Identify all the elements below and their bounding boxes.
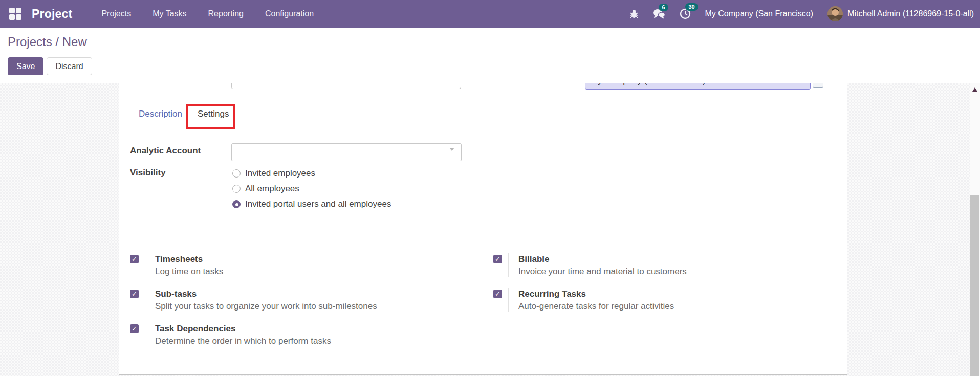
checkbox-checked-icon[interactable]: ✓ (493, 255, 502, 263)
scrollbar-thumb[interactable] (970, 195, 979, 376)
radio-unchecked-icon[interactable] (232, 169, 241, 178)
analytic-account-label: Analytic Account (130, 146, 201, 156)
label-column-separator-right (580, 83, 580, 94)
nav-item-configuration[interactable]: Configuration (254, 1, 324, 27)
company-field-partial[interactable]: My Company (San Francisco) (585, 83, 811, 90)
form-view-background: My Company (San Francisco) Description S… (0, 83, 980, 376)
internal-link-icon[interactable] (813, 83, 823, 88)
breadcrumb[interactable]: Projects / New (8, 35, 87, 49)
checkbox-checked-icon[interactable]: ✓ (130, 290, 139, 298)
radio-checked-icon[interactable] (232, 200, 241, 208)
tab-settings[interactable]: Settings (198, 109, 229, 128)
messages-icon[interactable]: 6 (652, 8, 666, 19)
nav-item-my-tasks[interactable]: My Tasks (142, 1, 197, 27)
form-sheet: My Company (San Francisco) Description S… (119, 83, 847, 375)
tabs-underline (129, 128, 838, 128)
feature-divider (145, 253, 145, 277)
messages-badge: 6 (659, 4, 668, 11)
feature-divider (508, 288, 509, 312)
systray: 6 30 My Company (San Francisco) Mitchell… (629, 6, 980, 21)
checkbox-checked-icon[interactable]: ✓ (130, 324, 139, 333)
activities-badge: 30 (685, 3, 698, 11)
user-avatar[interactable] (827, 6, 843, 21)
checkbox-checked-icon[interactable]: ✓ (130, 255, 139, 263)
app-brand[interactable]: Project (32, 7, 72, 21)
scroll-up-arrow-icon[interactable] (972, 87, 977, 92)
label-column-separator-left (228, 83, 228, 212)
discard-button[interactable]: Discard (47, 57, 92, 75)
activities-clock-icon[interactable]: 30 (679, 8, 691, 20)
visibility-option-invited-employees[interactable]: Invited employees (232, 168, 315, 179)
feature-divider (145, 288, 145, 312)
nav-item-projects[interactable]: Projects (91, 1, 142, 27)
checkbox-checked-icon[interactable]: ✓ (493, 290, 502, 298)
radio-unchecked-icon[interactable] (232, 185, 241, 193)
company-field-value: My Company (San Francisco) (591, 83, 706, 86)
user-menu[interactable]: Mitchell Admin (11286969-15-0-all) (847, 9, 974, 18)
button-row: Save Discard (8, 57, 92, 75)
visibility-label: Visibility (130, 168, 166, 178)
feature-divider (508, 253, 509, 277)
tab-description[interactable]: Description (139, 109, 182, 128)
scrolled-input-partial[interactable] (231, 83, 461, 89)
control-panel: Projects / New Save Discard (0, 28, 980, 83)
company-switcher[interactable]: My Company (San Francisco) (705, 9, 813, 18)
debug-bug-icon[interactable] (629, 9, 639, 19)
nav-item-reporting[interactable]: Reporting (198, 1, 254, 27)
top-navbar: Project Projects My Tasks Reporting Conf… (0, 0, 980, 28)
feature-divider (145, 323, 145, 346)
analytic-account-input[interactable] (231, 143, 462, 161)
visibility-option-portal-users[interactable]: Invited portal users and all employees (232, 199, 391, 209)
visibility-option-all-employees[interactable]: All employees (232, 184, 299, 194)
save-button[interactable]: Save (8, 57, 43, 75)
apps-grid-icon[interactable] (9, 8, 21, 20)
